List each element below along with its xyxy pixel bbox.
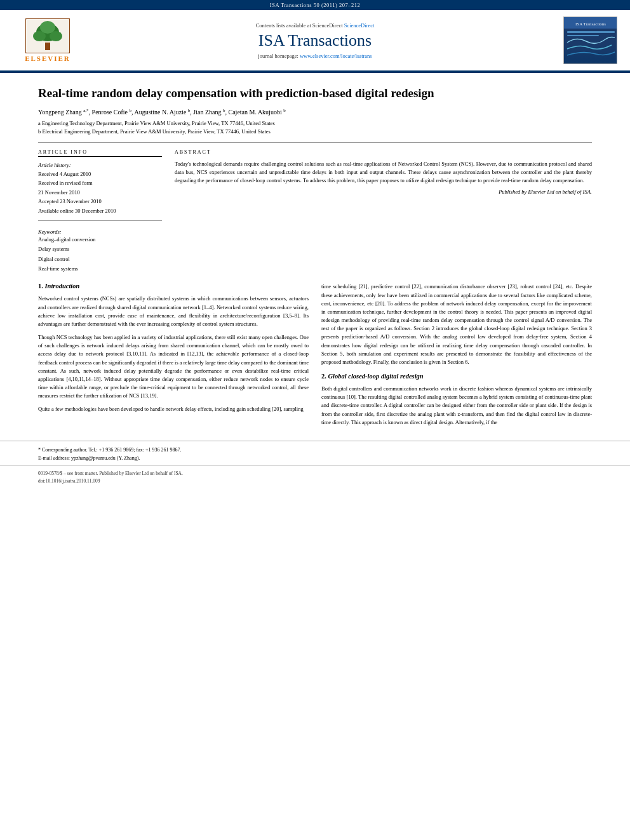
svg-rect-11 <box>567 35 599 36</box>
homepage-line: journal homepage: www.elsevier.com/locat… <box>83 53 547 59</box>
keyword-list: Analog–digital conversion Delay systems … <box>38 235 162 274</box>
keyword-1: Analog–digital conversion <box>38 235 162 244</box>
section2-heading: 2. Global closed-loop digital redesign <box>321 373 592 380</box>
received-revised-label: Received in revised form <box>38 178 162 187</box>
abstract-header: ABSTRACT <box>175 149 592 155</box>
article-info-column: ARTICLE INFO Article history: Received 4… <box>38 149 162 274</box>
contents-available-line: Contents lists available at ScienceDirec… <box>83 22 547 29</box>
article-title-area: Real-time random delay compensation with… <box>0 73 630 142</box>
article-history: Article history: Received 4 August 2010 … <box>38 161 162 216</box>
journal-bar: ISA Transactions 50 (2011) 207–212 <box>0 0 630 10</box>
abstract-column: ABSTRACT Today's technological demands r… <box>175 149 592 274</box>
keyword-2: Delay systems <box>38 244 162 254</box>
footnote-area: * Corresponding author. Tel.: +1 936 261… <box>0 441 630 465</box>
sciencedirect-link[interactable]: ScienceDirect <box>344 22 375 29</box>
elsevier-logo: ELSEVIER <box>13 18 83 62</box>
footnote-email: E-mail address: ypzhang@pvamu.edu (Y. Zh… <box>38 455 592 463</box>
article-info-header: ARTICLE INFO <box>38 149 162 157</box>
journal-cover-image: ISA Transactions <box>563 17 617 64</box>
affiliation-b: b Electrical Engineering Department, Pra… <box>38 128 592 136</box>
intro-para3: Quite a few methodologies have been deve… <box>38 405 309 413</box>
svg-rect-10 <box>567 31 615 33</box>
right-para1: time scheduling [21], predictive control… <box>321 283 592 366</box>
abstract-published-line: Published by Elsevier Ltd on behalf of I… <box>175 189 592 195</box>
intro-para1: Networked control systems (NCSs) are spa… <box>38 295 309 328</box>
abstract-text: Today's technological demands require ch… <box>175 160 592 185</box>
elsevier-logo-area: ELSEVIER <box>13 18 83 62</box>
svg-point-5 <box>40 21 55 34</box>
keyword-3: Digital control <box>38 255 162 264</box>
svg-text:ISA Transactions: ISA Transactions <box>575 22 606 27</box>
doi-line: doi:10.1016/j.isatra.2010.11.009 <box>38 477 592 485</box>
received-date: Received 4 August 2010 <box>38 170 162 178</box>
keywords-label: Keywords: <box>38 229 162 235</box>
revised-date: 21 November 2010 <box>38 188 162 197</box>
journal-homepage-link[interactable]: www.elsevier.com/locate/isatrans <box>300 53 372 59</box>
elsevier-tree-icon <box>25 18 70 53</box>
page-header: ELSEVIER Contents lists available at Sci… <box>0 10 630 72</box>
info-divider <box>38 220 162 221</box>
main-content-area: 1. Introduction Networked control system… <box>0 274 630 441</box>
article-authors: Yongpeng Zhang a,*, Penrose Cofie b, Aug… <box>38 108 592 116</box>
main-right-column: time scheduling [21], predictive control… <box>321 283 592 432</box>
article-info-abstract-area: ARTICLE INFO Article history: Received 4… <box>38 142 592 274</box>
footnote-star: * Corresponding author. Tel.: +1 936 261… <box>38 446 592 455</box>
article-title: Real-time random delay compensation with… <box>38 86 592 102</box>
article-affiliations: a Engineering Technology Department, Pra… <box>38 119 592 136</box>
right-para2: Both digital controllers and communicati… <box>321 385 592 427</box>
elsevier-wordmark: ELSEVIER <box>25 55 70 62</box>
history-label: Article history: <box>38 161 162 170</box>
accepted-date: Accepted 23 November 2010 <box>38 197 162 206</box>
intro-para2: Though NCS technology has been applied i… <box>38 333 309 400</box>
svg-rect-1 <box>45 43 50 50</box>
journal-bar-text: ISA Transactions 50 (2011) 207–212 <box>270 2 360 8</box>
affiliation-a: a Engineering Technology Department, Pra… <box>38 119 592 128</box>
available-online-date: Available online 30 December 2010 <box>38 206 162 215</box>
issn-line: 0019-0578/$ – see front matter. Publishe… <box>38 470 592 477</box>
journal-thumbnail-area: ISA Transactions <box>547 17 617 64</box>
section1-heading: 1. Introduction <box>38 283 309 290</box>
journal-header-center: Contents lists available at ScienceDirec… <box>83 22 547 59</box>
main-left-column: 1. Introduction Networked control system… <box>38 283 309 432</box>
keyword-4: Real-time systems <box>38 264 162 274</box>
keywords-section: Keywords: Analog–digital conversion Dela… <box>38 229 162 274</box>
journal-title: ISA Transactions <box>83 31 547 50</box>
bottom-bar: 0019-0578/$ – see front matter. Publishe… <box>0 465 630 489</box>
